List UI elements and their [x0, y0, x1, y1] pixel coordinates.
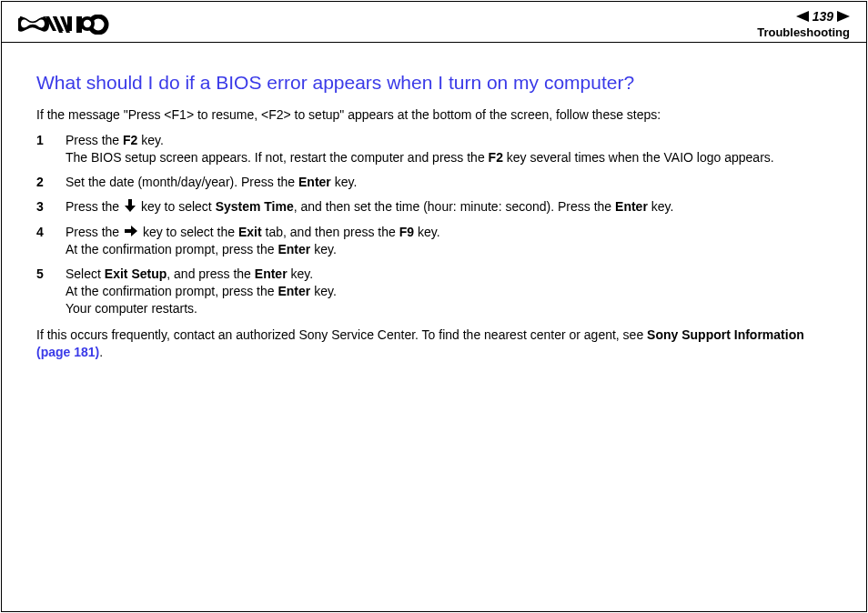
- step-item: 4Press the key to select the Exit tab, a…: [36, 224, 841, 259]
- svg-marker-6: [837, 11, 850, 22]
- bold-text: Enter: [278, 284, 310, 298]
- page-title: What should I do if a BIOS error appears…: [36, 72, 841, 94]
- text: key several times when the VAIO logo app…: [503, 150, 774, 165]
- svg-rect-9: [125, 229, 131, 233]
- step-number: 4: [36, 224, 49, 259]
- step-item: 1Press the F2 key.The BIOS setup screen …: [36, 132, 841, 166]
- bold-text: F9: [399, 225, 414, 239]
- svg-marker-8: [125, 206, 136, 212]
- prev-page-arrow-icon[interactable]: [796, 11, 809, 22]
- svg-point-4: [84, 20, 91, 27]
- svg-marker-10: [131, 226, 137, 236]
- step-number: 1: [36, 132, 49, 166]
- footer-prefix: If this occurs frequently, contact an au…: [36, 327, 647, 342]
- step-number: 3: [36, 198, 49, 216]
- intro-text: If the message "Press <F1> to resume, <F…: [36, 106, 841, 123]
- text: key.: [414, 225, 440, 239]
- text: Press the: [66, 225, 123, 239]
- step-item: 2Set the date (month/day/year). Press th…: [36, 174, 841, 191]
- text: Press the: [66, 133, 123, 147]
- step-body: Press the F2 key.The BIOS setup screen a…: [66, 132, 841, 166]
- text: Select: [66, 266, 105, 281]
- text: key.: [137, 133, 164, 147]
- text: key.: [648, 199, 674, 214]
- text: key.: [288, 266, 314, 281]
- step-body: Set the date (month/day/year). Press the…: [66, 174, 841, 191]
- bold-text: F2: [489, 150, 503, 165]
- footer-suffix: .: [99, 345, 103, 359]
- vaio-logo: [18, 15, 118, 33]
- step-item: 5Select Exit Setup, and press the Enter …: [36, 266, 841, 317]
- next-page-arrow-icon[interactable]: [837, 11, 850, 22]
- text: key.: [331, 175, 358, 189]
- footer-link[interactable]: (page 181): [36, 345, 99, 359]
- text: Your computer restarts.: [66, 301, 197, 316]
- text: Press the: [66, 199, 123, 214]
- footer-bold: Sony Support Information: [647, 327, 804, 342]
- text: At the confirmation prompt, press the: [66, 284, 278, 298]
- footer-note: If this occurs frequently, contact an au…: [36, 327, 841, 361]
- step-item: 3Press the key to select System Time, an…: [36, 198, 841, 216]
- step-body: Press the key to select the Exit tab, an…: [66, 224, 841, 259]
- right-arrow-icon: [125, 224, 137, 241]
- bold-text: Exit: [238, 225, 262, 239]
- page-nav: 139: [757, 9, 850, 24]
- section-label: Troubleshooting: [757, 25, 850, 39]
- step-number: 5: [36, 266, 49, 317]
- text: tab, and then press the: [262, 225, 399, 239]
- down-arrow-icon: [125, 199, 136, 216]
- svg-marker-5: [796, 11, 809, 22]
- bold-text: F2: [123, 133, 137, 147]
- text: key.: [310, 242, 337, 256]
- text: The BIOS setup screen appears. If not, r…: [66, 150, 489, 165]
- bold-text: Enter: [298, 175, 331, 189]
- bold-text: Enter: [615, 199, 648, 214]
- bold-text: Enter: [278, 242, 310, 256]
- steps-list: 1Press the F2 key.The BIOS setup screen …: [36, 132, 841, 317]
- text: At the confirmation prompt, press the: [66, 242, 278, 256]
- text: key to select: [137, 199, 216, 214]
- text: , and then set the time (hour: minute: s…: [294, 199, 615, 214]
- text: , and press the: [167, 266, 255, 281]
- step-number: 2: [36, 174, 49, 191]
- svg-rect-7: [128, 199, 132, 206]
- text: Set the date (month/day/year). Press the: [66, 175, 298, 189]
- bold-text: Exit Setup: [105, 266, 167, 281]
- bold-text: Enter: [255, 266, 288, 281]
- text: key.: [310, 284, 337, 298]
- page-number: 139: [812, 9, 833, 24]
- step-body: Select Exit Setup, and press the Enter k…: [66, 266, 841, 317]
- svg-rect-2: [67, 16, 72, 31]
- text: key to select the: [139, 225, 238, 239]
- bold-text: System Time: [216, 199, 294, 214]
- step-body: Press the key to select System Time, and…: [66, 198, 841, 216]
